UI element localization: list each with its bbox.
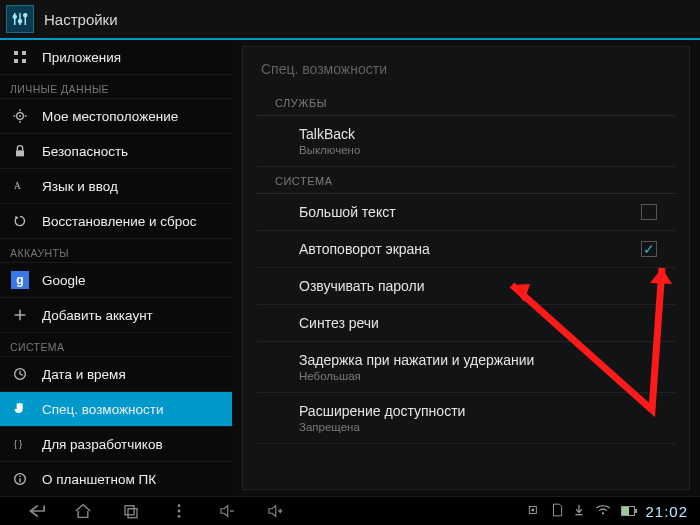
sidebar-item-about[interactable]: О планшетном ПК <box>0 462 232 496</box>
nav-recent-button[interactable] <box>116 500 146 522</box>
svg-point-32 <box>178 504 181 507</box>
setting-secondary: Выключено <box>299 144 360 156</box>
setting-secondary: Запрещена <box>299 421 465 433</box>
svg-rect-16 <box>16 150 24 156</box>
settings-panel: Спец. возможности СЛУЖБЫ TalkBack Выключ… <box>242 46 690 490</box>
nav-volume-up-button[interactable] <box>260 500 290 522</box>
hand-icon <box>10 399 30 419</box>
nav-volume-down-button[interactable] <box>212 500 242 522</box>
sidebar-item-google[interactable]: g Google <box>0 263 232 298</box>
titlebar-title: Настройки <box>44 11 118 28</box>
setting-secondary: Небольшая <box>299 370 534 382</box>
sidebar-item-datetime[interactable]: Дата и время <box>0 357 232 392</box>
svg-point-34 <box>178 515 181 518</box>
nav-home-button[interactable] <box>68 500 98 522</box>
setting-primary: Большой текст <box>299 204 396 220</box>
setting-item-tts[interactable]: Синтез речи <box>257 305 675 342</box>
setting-item-touch-delay[interactable]: Задержка при нажатии и удержании Небольш… <box>257 342 675 393</box>
sidebar-item-label: Для разработчиков <box>42 437 163 452</box>
svg-point-33 <box>178 510 181 513</box>
wifi-icon <box>595 504 611 519</box>
sidebar-item-location[interactable]: Мое местоположение <box>0 99 232 134</box>
location-icon <box>10 106 30 126</box>
svg-point-42 <box>602 512 604 514</box>
sidebar-item-language[interactable]: A Язык и ввод <box>0 169 232 204</box>
svg-rect-39 <box>532 508 534 510</box>
setting-item-large-text[interactable]: Большой текст <box>257 194 675 231</box>
section-header-services: СЛУЖБЫ <box>257 89 675 116</box>
clock-icon <box>10 364 30 384</box>
setting-primary: Синтез речи <box>299 315 379 331</box>
svg-rect-27 <box>19 478 20 482</box>
setting-primary: Автоповорот экрана <box>299 241 430 257</box>
svg-rect-6 <box>14 51 18 55</box>
svg-text:{ }: { } <box>14 439 22 449</box>
usb-debug-icon <box>527 503 541 520</box>
sidebar-header-personal: ЛИЧНЫЕ ДАННЫЕ <box>0 75 232 99</box>
nav-back-button[interactable] <box>20 500 50 522</box>
svg-point-11 <box>19 115 21 117</box>
sidebar-item-add-account[interactable]: Добавить аккаунт <box>0 298 232 333</box>
setting-primary: Задержка при нажатии и удержании <box>299 352 534 368</box>
reset-icon <box>10 211 30 231</box>
navbar: 21:02 <box>0 496 700 525</box>
clock[interactable]: 21:02 <box>645 503 688 520</box>
checkbox[interactable]: ✓ <box>641 241 657 257</box>
checkbox[interactable] <box>641 204 657 220</box>
sidebar-item-security[interactable]: Безопасность <box>0 134 232 169</box>
sidebar-item-label: Язык и ввод <box>42 179 118 194</box>
sidebar-item-label: Google <box>42 273 86 288</box>
svg-point-26 <box>19 476 21 478</box>
sidebar-item-developer[interactable]: { } Для разработчиков <box>0 427 232 462</box>
svg-rect-7 <box>22 51 26 55</box>
sidebar-item-apps[interactable]: Приложения <box>0 40 232 75</box>
sidebar-item-label: О планшетном ПК <box>42 472 156 487</box>
svg-rect-30 <box>125 506 134 515</box>
svg-point-4 <box>19 20 22 23</box>
about-icon <box>10 469 30 489</box>
sidebar-header-system: СИСТЕМА <box>0 333 232 357</box>
dev-icon: { } <box>10 434 30 454</box>
setting-item-talkback[interactable]: TalkBack Выключено <box>257 116 675 167</box>
svg-rect-8 <box>14 59 18 63</box>
download-icon <box>573 503 585 520</box>
svg-point-5 <box>24 14 27 17</box>
sidebar-item-label: Добавить аккаунт <box>42 308 153 323</box>
main: Приложения ЛИЧНЫЕ ДАННЫЕ Мое местоположе… <box>0 40 700 496</box>
svg-rect-9 <box>22 59 26 63</box>
section-header-system: СИСТЕМА <box>257 167 675 194</box>
svg-line-23 <box>20 374 23 375</box>
setting-primary: Озвучивать пароли <box>299 278 425 294</box>
sidebar-item-label: Приложения <box>42 50 121 65</box>
setting-primary: TalkBack <box>299 126 360 142</box>
sidebar-item-label: Спец. возможности <box>42 402 163 417</box>
sidebar-item-accessibility[interactable]: Спец. возможности <box>0 392 232 427</box>
settings-app-icon <box>6 5 34 33</box>
sd-card-icon <box>551 503 563 520</box>
sidebar-header-accounts: АККАУНТЫ <box>0 239 232 263</box>
page-title: Спец. возможности <box>243 47 689 89</box>
nav-menu-button[interactable] <box>164 500 194 522</box>
battery-icon <box>621 506 635 516</box>
setting-item-auto-rotate[interactable]: Автоповорот экрана ✓ <box>257 231 675 268</box>
content: Спец. возможности СЛУЖБЫ TalkBack Выключ… <box>232 40 700 496</box>
sidebar-item-label: Дата и время <box>42 367 126 382</box>
lock-icon <box>10 141 30 161</box>
setting-item-speak-passwords[interactable]: Озвучивать пароли <box>257 268 675 305</box>
language-icon: A <box>10 176 30 196</box>
sidebar: Приложения ЛИЧНЫЕ ДАННЫЕ Мое местоположе… <box>0 40 232 496</box>
svg-rect-31 <box>128 509 137 518</box>
sidebar-item-label: Мое местоположение <box>42 109 178 124</box>
plus-icon <box>10 305 30 325</box>
google-icon: g <box>10 270 30 290</box>
setting-item-accessibility-ext[interactable]: Расширение доступности Запрещена <box>257 393 675 444</box>
setting-primary: Расширение доступности <box>299 403 465 419</box>
svg-marker-18 <box>15 216 18 220</box>
svg-point-3 <box>13 15 16 18</box>
svg-text:A: A <box>14 181 21 191</box>
sidebar-item-label: Восстановление и сброс <box>42 214 197 229</box>
sidebar-item-label: Безопасность <box>42 144 128 159</box>
titlebar: Настройки <box>0 0 700 40</box>
apps-icon <box>10 47 30 67</box>
sidebar-item-reset[interactable]: Восстановление и сброс <box>0 204 232 239</box>
